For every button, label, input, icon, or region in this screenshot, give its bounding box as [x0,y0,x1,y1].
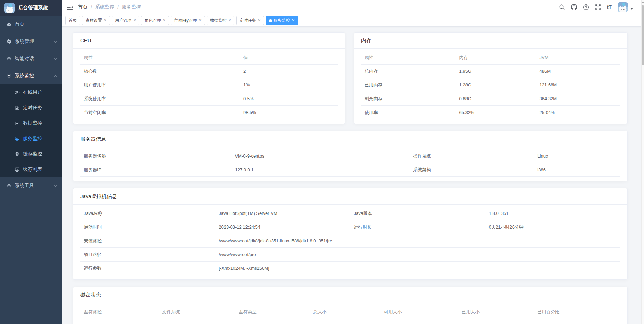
sidebar-item-service-monitor[interactable]: 服务监控 [0,131,62,146]
column-header: 值 [240,51,338,65]
tab-label: 角色管理 [145,18,161,23]
font-size-icon[interactable]: tT [607,4,612,10]
card-title: 内存 [354,33,627,49]
sidebar-fold-icon[interactable] [67,4,73,10]
disk-table: 盘符路径 文件系统 盘符类型 总大小 可用大小 已用大小 已用百分比 [80,305,620,324]
sidebar-item-smart-chat[interactable]: 智能对话 [0,50,62,67]
tab-role-management[interactable]: 角色管理 × [141,16,169,25]
table-row: 项目路径 /www/wwwroot/pro [80,248,620,262]
tab-close-icon[interactable]: × [134,18,136,23]
avatar[interactable] [618,2,628,12]
chevron-down-icon [54,184,57,186]
gear-icon [7,39,11,44]
column-header: 可用大小 [381,305,459,319]
help-question-icon[interactable] [583,4,589,10]
table-row: 总内存 1.95G 486M [361,65,620,78]
chevron-up-icon [54,75,57,78]
jvm-info-card: Java虚拟机信息 Java名称 Java HotSpot(TM) Server… [73,188,628,280]
sidebar-item-system-monitor[interactable]: 系统监控 [0,67,62,84]
memory-card: 内存 属性 内存 JVM [354,32,628,124]
card-title: 服务器信息 [73,131,627,147]
sidebar-item-cache-list[interactable]: 缓存列表 [0,162,62,177]
tab-service-monitor[interactable]: 服务监控 × [266,16,298,25]
column-header: JVM [536,51,620,65]
tab-close-icon[interactable]: × [199,18,202,23]
sidebar-item-label: 数据监控 [23,120,42,126]
tab-label: 参数设置 [85,18,102,23]
tab-close-icon[interactable]: × [229,18,231,23]
column-header: 属性 [80,51,240,65]
tab-label: 定时任务 [240,18,256,23]
data-chart-icon [15,121,20,126]
caret-down-icon [630,8,633,10]
page-content: CPU 属性 值 核心 [62,27,644,324]
table-row: 服务器名称 VM-0-9-centos 操作系统 Linux [80,149,620,163]
table-row: 当前空闲率 98.5% [80,106,338,119]
tab-label: 官网key管理 [174,18,197,23]
layers-icon [15,152,20,157]
sidebar-item-label: 系统管理 [15,38,34,45]
sidebar-item-system-tools[interactable]: 系统工具 [0,177,62,194]
breadcrumb-separator: / [117,4,119,10]
table-header-row: 属性 内存 JVM [361,51,620,65]
tab-close-icon[interactable]: × [292,18,295,23]
tab-website-key-management[interactable]: 官网key管理 × [171,16,205,25]
table-row: / ext4 / 29.4 GB 20.9 GB 8.5 GB 28.78% [80,319,620,324]
sidebar-item-scheduled-tasks[interactable]: 定时任务 [0,100,62,115]
user-menu[interactable] [618,2,633,12]
table-row: Java名称 Java HotSpot(TM) Server VM Java版本… [80,207,620,220]
sidebar-item-label: 系统监控 [15,73,34,79]
tab-parameter-settings[interactable]: 参数设置 × [82,16,110,25]
page-scrollbar[interactable] [641,0,644,324]
main-area: 首页 / 系统监控 / 服务监控 [62,0,644,324]
cpu-table: 属性 值 核心数 2 用户使用率 [80,51,338,119]
sidebar-item-label: 缓存列表 [23,166,42,173]
fullscreen-icon[interactable] [595,4,601,10]
breadcrumb-current: 服务监控 [122,4,141,10]
column-header: 盘符路径 [80,305,159,319]
sidebar-item-label: 服务监控 [23,136,42,142]
tab-user-management[interactable]: 用户管理 × [112,16,139,25]
sidebar-item-data-monitor[interactable]: 数据监控 [0,115,62,131]
system-monitor-submenu: 在线用户 定时任务 数据监控 [0,84,62,177]
tags-view-bar: 首页 参数设置 × 用户管理 × 角色管理 × 官网key管理 × 数据监控 × [62,14,644,27]
job-clock-icon [15,105,20,110]
breadcrumb-system-monitor[interactable]: 系统监控 [95,4,114,10]
sidebar-item-online-users[interactable]: 在线用户 [0,84,62,100]
tab-label: 服务监控 [274,18,290,23]
sidebar-item-system-management[interactable]: 系统管理 [0,33,62,50]
tab-close-icon[interactable]: × [258,18,261,23]
tab-data-monitor[interactable]: 数据监控 × [207,16,234,25]
tab-label: 首页 [69,18,77,23]
breadcrumb-home[interactable]: 首页 [78,4,88,10]
column-header: 已用大小 [458,305,534,319]
memory-table: 属性 内存 JVM 总内存 1.95G 486M [361,51,620,119]
tab-label: 用户管理 [115,18,131,23]
github-icon[interactable] [571,4,577,10]
sidebar-item-label: 在线用户 [23,89,42,95]
search-icon[interactable] [559,4,565,10]
column-header: 文件系统 [159,305,235,319]
tab-close-icon[interactable]: × [163,18,165,23]
scrollbar-thumb[interactable] [642,5,644,65]
sidebar-item-label: 智能对话 [15,56,34,62]
chat-briefcase-icon [7,56,11,61]
sidebar-item-label: 定时任务 [23,105,42,111]
tab-scheduled-tasks[interactable]: 定时任务 × [236,16,264,25]
tab-label: 数据监控 [210,18,227,23]
sidebar-item-cache-monitor[interactable]: 缓存监控 [0,146,62,162]
table-row: 已用内存 1.28G 121.68M [361,78,620,92]
toolbox-icon [7,183,11,188]
column-header: 总大小 [310,305,381,319]
server-info-table: 服务器名称 VM-0-9-centos 操作系统 Linux 服务器IP 127… [80,149,620,177]
logo[interactable]: 后台管理系统 [0,0,62,16]
tab-close-icon[interactable]: × [104,18,106,23]
chevron-down-icon [54,57,57,59]
scroll-up-arrow-icon[interactable] [642,2,644,3]
cache-list-icon [15,167,20,172]
table-row: 剩余内存 0.68G 364.32M [361,92,620,106]
active-dot [269,19,272,22]
sidebar-item-home[interactable]: 首页 [0,16,62,33]
table-header-row: 属性 值 [80,51,338,65]
tab-home[interactable]: 首页 [65,16,80,25]
